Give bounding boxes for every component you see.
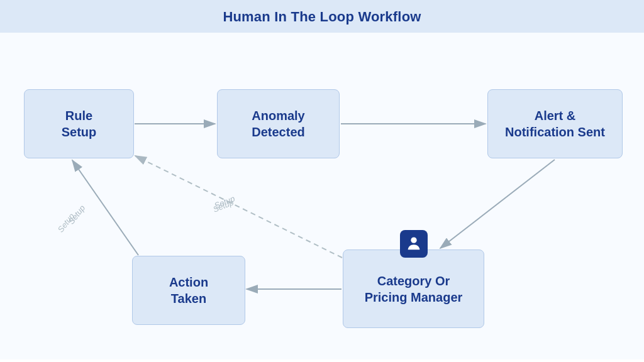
node-rule-setup: RuleSetup [24,89,134,158]
person-svg [405,235,423,253]
person-icon [400,230,428,258]
node-anomaly-label: AnomalyDetected [252,107,304,140]
node-rule-setup-label: RuleSetup [62,107,97,140]
node-category-pricing: Category OrPricing Manager [343,250,484,328]
node-action-taken: ActionTaken [132,256,245,325]
diagram-area: Setup Setup Setup Setup RuleSetup Anomal… [0,33,644,359]
arrow-dashed-setup [135,156,342,258]
header-bar: Human In The Loop Workflow [0,0,644,33]
node-category-label: Category OrPricing Manager [365,273,463,305]
svg-point-3 [411,238,416,243]
arrow-alert-to-category [440,160,555,248]
node-alert-notification: Alert &Notification Sent [487,89,623,158]
node-action-label: ActionTaken [169,274,208,307]
arrows-layer [0,33,644,359]
node-anomaly-detected: AnomalyDetected [217,89,340,158]
page-title: Human In The Loop Workflow [223,9,421,25]
node-alert-label: Alert &Notification Sent [505,107,605,140]
